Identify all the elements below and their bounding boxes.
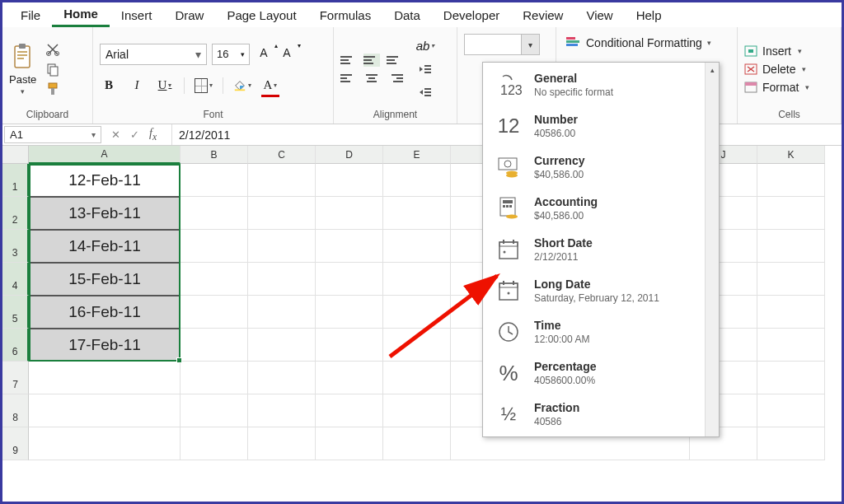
tab-file[interactable]: File <box>9 4 52 26</box>
col-header-E[interactable]: E <box>383 146 451 164</box>
cell-B6[interactable] <box>181 329 248 362</box>
cell-A1[interactable]: 12-Feb-11 <box>29 164 181 197</box>
cell-D4[interactable] <box>316 263 383 296</box>
font-size-select[interactable]: 16▾ <box>212 44 250 65</box>
cell-A5[interactable]: 16-Feb-11 <box>29 296 181 329</box>
cell-K2[interactable] <box>757 197 825 230</box>
cell-E6[interactable] <box>383 329 451 362</box>
format-painter-icon[interactable] <box>45 82 61 96</box>
insert-cells-button[interactable]: Insert▾ <box>744 44 809 58</box>
cell-C3[interactable] <box>248 230 316 263</box>
row-header-3[interactable]: 3 <box>2 230 29 263</box>
align-left-icon[interactable] <box>340 72 357 85</box>
col-header-B[interactable]: B <box>181 146 248 164</box>
number-format-accounting[interactable]: Accounting$40,586.00 <box>483 188 705 229</box>
cell-E1[interactable] <box>383 164 451 197</box>
cut-icon[interactable] <box>45 42 61 57</box>
delete-cells-button[interactable]: Delete▾ <box>744 63 809 76</box>
row-header-8[interactable]: 8 <box>2 394 29 427</box>
cell-A9[interactable] <box>29 427 181 460</box>
cell-C7[interactable] <box>248 362 316 394</box>
align-top-icon[interactable] <box>340 54 357 67</box>
enter-formula-icon[interactable]: ✓ <box>130 128 139 141</box>
tab-developer[interactable]: Developer <box>432 4 511 26</box>
cell-C9[interactable] <box>248 427 316 460</box>
align-center-icon[interactable] <box>363 72 380 85</box>
increase-font-icon[interactable]: A▴ <box>255 44 273 62</box>
cell-K8[interactable] <box>757 394 825 427</box>
cell-K9[interactable] <box>757 427 825 460</box>
borders-button[interactable]: ▾ <box>195 77 213 95</box>
cell-B1[interactable] <box>181 164 248 197</box>
font-color-button[interactable]: A▾ <box>261 77 279 95</box>
decrease-indent-icon[interactable] <box>416 60 434 78</box>
number-format-percentage[interactable]: %Percentage4058600.00% <box>483 352 705 394</box>
cell-A4[interactable]: 15-Feb-11 <box>29 263 181 296</box>
tab-review[interactable]: Review <box>511 4 574 26</box>
cell-D9[interactable] <box>316 427 383 460</box>
cell-C2[interactable] <box>248 197 316 230</box>
cell-B9[interactable] <box>181 427 248 460</box>
tab-view[interactable]: View <box>574 4 624 26</box>
copy-icon[interactable] <box>45 62 61 77</box>
number-format-currency[interactable]: Currency$40,586.00 <box>483 147 705 188</box>
cell-E7[interactable] <box>383 362 451 394</box>
cell-C1[interactable] <box>248 164 316 197</box>
number-format-long-date[interactable]: Long DateSaturday, February 12, 2011 <box>483 270 705 311</box>
row-header-9[interactable]: 9 <box>2 427 29 460</box>
cell-C5[interactable] <box>248 296 316 329</box>
scrollbar[interactable]: ▴ <box>705 63 719 436</box>
chevron-down-icon[interactable]: ▾ <box>521 35 539 54</box>
row-header-4[interactable]: 4 <box>2 263 29 296</box>
row-header-6[interactable]: 6 <box>2 329 29 362</box>
italic-button[interactable]: I <box>128 77 146 95</box>
decrease-font-icon[interactable]: A▾ <box>278 44 296 62</box>
cell-E9[interactable] <box>383 427 451 460</box>
cell-D3[interactable] <box>316 230 383 263</box>
col-header-C[interactable]: C <box>248 146 316 164</box>
cell-B7[interactable] <box>181 362 248 394</box>
cell-A2[interactable]: 13-Feb-11 <box>29 197 181 230</box>
cell-E5[interactable] <box>383 296 451 329</box>
cell-C6[interactable] <box>248 329 316 362</box>
tab-page-layout[interactable]: Page Layout <box>215 4 307 26</box>
cell-E3[interactable] <box>383 230 451 263</box>
cell-A6[interactable]: 17-Feb-11 <box>29 329 181 362</box>
align-middle-icon[interactable] <box>363 54 380 67</box>
tab-help[interactable]: Help <box>625 4 673 26</box>
row-header-5[interactable]: 5 <box>2 296 29 329</box>
cell-A3[interactable]: 14-Feb-11 <box>29 230 181 263</box>
tab-insert[interactable]: Insert <box>110 4 164 26</box>
cell-B5[interactable] <box>181 296 248 329</box>
cell-E4[interactable] <box>383 263 451 296</box>
cell-K5[interactable] <box>757 296 825 329</box>
col-header-A[interactable]: A <box>29 146 181 164</box>
name-box[interactable]: A1▾ <box>4 126 101 143</box>
number-format-select[interactable]: ▾ <box>464 34 540 55</box>
number-format-fraction[interactable]: ½Fraction40586 <box>483 394 705 435</box>
cell-K7[interactable] <box>757 362 825 394</box>
tab-data[interactable]: Data <box>382 4 432 26</box>
align-right-icon[interactable] <box>387 72 403 85</box>
cell-K6[interactable] <box>757 329 825 362</box>
tab-formulas[interactable]: Formulas <box>308 4 383 26</box>
col-header-K[interactable]: K <box>757 146 825 164</box>
cell-D7[interactable] <box>316 362 383 394</box>
cell-A8[interactable] <box>29 394 181 427</box>
scroll-up-icon[interactable]: ▴ <box>706 63 719 77</box>
chevron-down-icon[interactable]: ▾ <box>21 87 25 96</box>
number-format-time[interactable]: Time12:00:00 AM <box>483 311 705 352</box>
bold-button[interactable]: B <box>100 77 118 95</box>
cell-B2[interactable] <box>181 197 248 230</box>
cell-K3[interactable] <box>757 230 825 263</box>
tab-draw[interactable]: Draw <box>163 4 215 26</box>
paste-icon[interactable] <box>10 42 36 72</box>
increase-indent-icon[interactable] <box>416 83 434 101</box>
cell-B4[interactable] <box>181 263 248 296</box>
underline-button[interactable]: U▾ <box>156 77 174 95</box>
conditional-formatting-button[interactable]: Conditional Formatting ▾ <box>563 34 715 52</box>
cancel-formula-icon[interactable]: ✕ <box>111 128 120 141</box>
cell-D8[interactable] <box>316 394 383 427</box>
number-format-general[interactable]: 123GeneralNo specific format <box>483 64 705 105</box>
cell-A7[interactable] <box>29 362 181 394</box>
